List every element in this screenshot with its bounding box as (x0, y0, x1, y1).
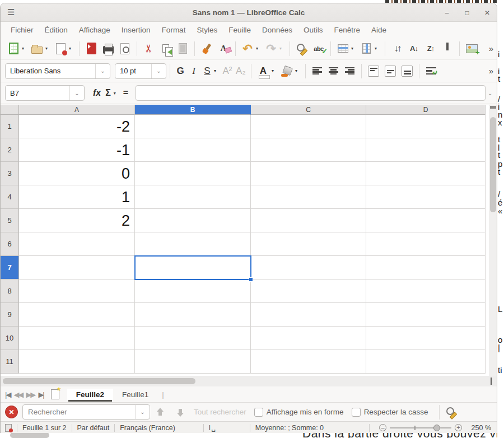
cell-D11[interactable] (366, 350, 486, 374)
grid-corner[interactable] (1, 105, 19, 115)
align-center-icon[interactable] (329, 67, 338, 75)
insert-row-icon[interactable] (335, 41, 350, 56)
horizontal-split-handle[interactable] (491, 378, 492, 385)
underline-dropdown-icon[interactable]: ▾ (214, 68, 220, 73)
cell-C11[interactable] (251, 350, 366, 374)
open-dropdown-icon[interactable]: ▾ (45, 46, 51, 51)
cell-C3[interactable] (251, 162, 366, 185)
first-sheet-icon[interactable]: |◀ (5, 390, 10, 399)
align-left-icon[interactable] (312, 67, 322, 75)
wrap-text-icon[interactable] (426, 67, 436, 75)
insert-image-icon[interactable] (464, 41, 479, 56)
open-file-icon[interactable] (30, 41, 44, 56)
menu-styles[interactable]: Styles (191, 24, 223, 36)
cell-C10[interactable] (251, 327, 366, 350)
export-pdf-icon[interactable] (84, 41, 99, 56)
vertical-scrollbar-thumb[interactable] (490, 117, 496, 212)
search-dropdown-icon[interactable]: ⌄ (135, 405, 150, 419)
minimize-button[interactable]: – (443, 9, 451, 17)
find-previous-icon[interactable] (156, 408, 165, 417)
zoom-in-icon[interactable]: + (455, 424, 462, 431)
zoom-out-icon[interactable]: – (379, 424, 386, 431)
sort-icon[interactable]: ↓↑ (390, 41, 404, 56)
menu-edition[interactable]: Édition (39, 24, 73, 36)
menu-fenetre[interactable]: Fenêtre (329, 24, 366, 36)
close-findbar-button[interactable]: ✕ (5, 406, 18, 418)
last-sheet-icon[interactable]: ▶| (38, 390, 43, 399)
formatted-display-checkbox[interactable]: Affichage mis en forme (254, 408, 344, 417)
close-button[interactable]: ✕ (483, 9, 491, 17)
cell-C6[interactable] (251, 232, 366, 256)
cell-C5[interactable] (251, 209, 366, 232)
cell-C2[interactable] (251, 138, 366, 162)
cell-B8[interactable] (135, 279, 251, 303)
sheet-tab-feuille1[interactable]: Feuille1 (113, 389, 157, 400)
name-box-dropdown-icon[interactable]: ⌄ (69, 86, 84, 100)
cell-D10[interactable] (366, 327, 486, 350)
cell-A3[interactable]: 0 (19, 162, 135, 185)
align-right-icon[interactable] (345, 67, 354, 75)
cell-B1[interactable] (135, 115, 251, 138)
zoom-percentage[interactable]: 250 % (466, 424, 491, 432)
row-header-9[interactable]: 9 (1, 303, 19, 327)
cell-A9[interactable] (19, 303, 135, 327)
superscript-button[interactable]: A² (221, 66, 234, 77)
zoom-slider[interactable]: – + (379, 424, 462, 431)
row-header-11[interactable]: 11 (1, 350, 19, 374)
cell-A6[interactable] (19, 232, 135, 256)
column-header-c[interactable]: C (251, 105, 366, 115)
cut-icon[interactable]: ✂ (142, 41, 156, 56)
cell-C8[interactable] (251, 279, 366, 303)
sum-icon[interactable]: Σ (104, 88, 113, 98)
copy-icon[interactable] (158, 41, 173, 56)
save-dropdown-icon[interactable]: ▾ (69, 46, 74, 51)
print-icon[interactable] (101, 41, 115, 56)
toolbar-overflow-icon[interactable]: » (489, 44, 493, 53)
italic-button[interactable]: I (187, 66, 200, 77)
undo-icon[interactable]: ↶ (240, 41, 255, 56)
cell-D2[interactable] (366, 138, 486, 162)
zoom-thumb[interactable] (433, 425, 440, 431)
formula-input[interactable] (136, 85, 486, 101)
formula-bar-expand-icon[interactable]: ⌄ (488, 90, 497, 96)
cell-B5[interactable] (135, 209, 251, 232)
menu-feuille[interactable]: Feuille (223, 24, 256, 36)
row-header-2[interactable]: 2 (1, 138, 19, 162)
paste-icon[interactable] (175, 41, 190, 56)
cell-D5[interactable] (366, 209, 486, 232)
align-bottom-icon[interactable] (402, 66, 413, 77)
formatting-overflow-icon[interactable]: » (489, 66, 493, 76)
column-header-b[interactable]: B (135, 105, 251, 115)
cell-B2[interactable] (135, 138, 251, 162)
sort-descending-icon[interactable]: Z↑ (423, 41, 438, 56)
vertical-scrollbar[interactable] (489, 105, 497, 376)
font-size-dropdown-icon[interactable]: ⌄ (151, 64, 166, 78)
checkbox-box[interactable] (254, 408, 263, 417)
column-header-a[interactable]: A (19, 105, 135, 115)
maximize-button[interactable]: □ (463, 9, 471, 17)
align-top-icon[interactable] (368, 66, 379, 77)
previous-sheet-icon[interactable]: ◀◀ (13, 390, 22, 399)
sum-dropdown-icon[interactable]: ▾ (114, 91, 119, 96)
zoom-track[interactable] (390, 427, 451, 428)
center-vertically-icon[interactable] (385, 66, 396, 77)
sheet-position-status[interactable]: Feuille 1 sur 2 (22, 424, 67, 432)
menu-fichier[interactable]: Fichier (5, 24, 39, 36)
language-status[interactable]: Français (France) (120, 424, 175, 432)
cell-A8[interactable] (19, 279, 135, 303)
bold-button[interactable]: G (174, 66, 187, 77)
background-color-icon[interactable] (279, 64, 294, 78)
cell-B9[interactable] (135, 303, 251, 327)
menu-insertion[interactable]: Insertion (116, 24, 156, 36)
cell-A2[interactable]: -1 (19, 138, 135, 162)
redo-dropdown-icon[interactable]: ▾ (279, 46, 285, 51)
font-color-dropdown-icon[interactable]: ▾ (272, 68, 277, 73)
vertical-split-handle[interactable] (490, 106, 496, 109)
new-document-icon[interactable] (6, 41, 21, 56)
row-header-1[interactable]: 1 (1, 115, 19, 138)
cell-C4[interactable] (251, 185, 366, 209)
find-replace-icon[interactable] (295, 41, 309, 56)
cell-A11[interactable] (19, 350, 135, 374)
print-preview-icon[interactable] (118, 41, 132, 56)
redo-icon[interactable]: ↷ (264, 41, 278, 56)
